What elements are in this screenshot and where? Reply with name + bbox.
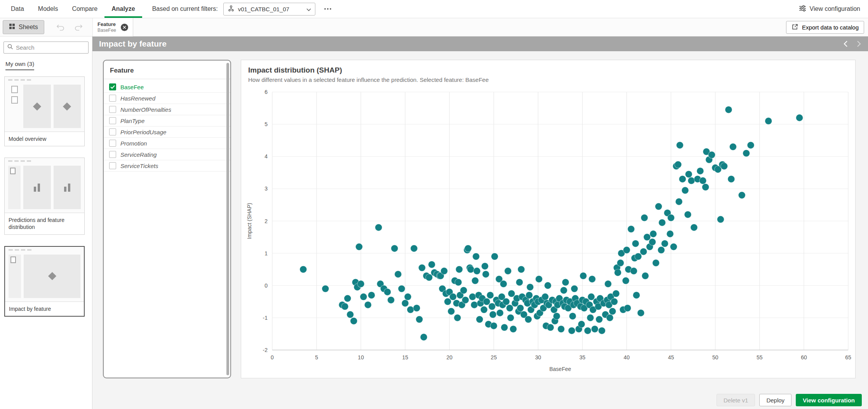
sheet-thumbnail (5, 158, 84, 213)
feature-item-label: PlanType (120, 118, 144, 124)
tab-my-own[interactable]: My own (3) (5, 61, 34, 70)
feature-item-hasrenewed[interactable]: HasRenewed (104, 93, 230, 104)
sheets-toggle-button[interactable]: Sheets (3, 20, 44, 34)
checkbox-icon[interactable] (109, 95, 116, 102)
svg-text:5: 5 (315, 354, 318, 360)
svg-text:15: 15 (402, 354, 408, 360)
svg-text:2: 2 (264, 218, 268, 224)
page-title: Impact by feature (99, 39, 167, 49)
redo-icon (74, 23, 83, 31)
chart-subtitle: How different values in a selected featu… (241, 75, 855, 83)
more-options-button[interactable] (321, 3, 335, 16)
sliders-icon (799, 5, 806, 14)
feature-item-servicerating[interactable]: ServiceRating (104, 149, 230, 160)
previous-sheet-button[interactable] (840, 38, 851, 49)
svg-text:55: 55 (757, 354, 763, 360)
sheet-label: Impact by feature (5, 302, 84, 316)
search-input[interactable] (16, 44, 93, 51)
svg-text:5: 5 (264, 121, 268, 127)
footer-actions: Delete v1 Deploy View configuration (717, 394, 862, 406)
svg-text:20: 20 (447, 354, 453, 360)
ellipsis-icon (324, 8, 332, 10)
tab-analyze[interactable]: Analyze (104, 0, 142, 18)
feature-panel-title: Feature (104, 61, 230, 79)
nav-tabs: DataModelsCompareAnalyze (4, 0, 142, 18)
tab-models[interactable]: Models (31, 0, 65, 18)
shap-scatter-plot[interactable]: 05101520253035404550556065-2-10123456Bas… (241, 84, 855, 376)
chevron-left-icon (844, 40, 848, 47)
feature-item-priorperiodusage[interactable]: PriorPeriodUsage (104, 127, 230, 138)
selection-chip-feature[interactable]: Feature BaseFee (92, 18, 133, 36)
selection-field-label: Feature (97, 21, 116, 28)
chart-title: Impact distribution (SHAP) (241, 60, 855, 75)
sheet-thumbnail (5, 247, 84, 302)
svg-text:Impact (SHAP): Impact (SHAP) (246, 203, 252, 239)
close-icon[interactable] (121, 24, 128, 31)
search-box[interactable] (3, 42, 89, 54)
object-placeholder-icon (10, 168, 16, 174)
sheet-thumbnail (5, 77, 84, 132)
tab-data[interactable]: Data (4, 0, 31, 18)
sheet-label: Model overview (5, 132, 84, 146)
delete-version-button[interactable]: Delete v1 (717, 394, 755, 406)
sheet-card-impact-by-feature[interactable]: Impact by feature (4, 246, 85, 317)
search-icon (7, 44, 13, 51)
checkbox-icon[interactable] (109, 151, 116, 158)
svg-text:65: 65 (845, 354, 851, 360)
chevron-down-icon (306, 6, 311, 12)
checkbox-icon[interactable] (109, 140, 116, 147)
tab-compare[interactable]: Compare (65, 0, 104, 18)
svg-text:30: 30 (535, 354, 541, 360)
view-configuration-button-top[interactable]: View configuration (799, 5, 860, 14)
checkbox-checked-icon[interactable] (109, 83, 116, 90)
next-sheet-button[interactable] (853, 38, 864, 49)
feature-item-label: ServiceRating (120, 151, 157, 158)
svg-text:BaseFee: BaseFee (549, 366, 571, 372)
svg-text:40: 40 (624, 354, 630, 360)
deploy-button[interactable]: Deploy (759, 394, 791, 406)
feature-item-promotion[interactable]: Promotion (104, 138, 230, 149)
svg-text:1: 1 (264, 250, 268, 256)
sheet-card-predictions-and-feature-distribution[interactable]: Predictions and feature distribution (4, 158, 85, 234)
feature-item-servicetickets[interactable]: ServiceTickets (104, 160, 230, 172)
sheet-card-model-overview[interactable]: Model overview (4, 76, 85, 146)
svg-text:3: 3 (264, 185, 268, 192)
checkbox-icon[interactable] (109, 117, 116, 124)
export-label: Export data to catalog (802, 24, 859, 31)
shap-chart-card: Impact distribution (SHAP) How different… (241, 60, 856, 378)
model-filter-dropdown[interactable]: v01_CATBC_01_07 (223, 3, 315, 16)
sheet-canvas: Feature BaseFeeHasRenewedNumberOfPenalti… (92, 51, 868, 409)
feature-item-basefee[interactable]: BaseFee (104, 81, 230, 93)
scatter-points[interactable] (300, 106, 803, 341)
view-configuration-label: View configuration (810, 5, 860, 12)
feature-item-numberofpenalties[interactable]: NumberOfPenalties (104, 104, 230, 115)
redo-selection-button[interactable] (71, 20, 85, 34)
sheets-sidebar: My own (3) Model overviewPredictions and… (0, 36, 92, 409)
checkbox-icon[interactable] (109, 128, 116, 135)
feature-item-plantype[interactable]: PlanType (104, 115, 230, 127)
chart-placeholder-icon (33, 102, 41, 110)
feature-item-label: HasRenewed (120, 95, 155, 102)
svg-text:45: 45 (668, 354, 674, 360)
scrollbar[interactable] (226, 63, 229, 375)
sheet-label: Predictions and feature distribution (5, 213, 84, 234)
bar-chart-icon (34, 183, 40, 192)
feature-filter-panel: Feature BaseFeeHasRenewedNumberOfPenalti… (103, 60, 231, 378)
svg-text:10: 10 (358, 354, 364, 360)
feature-list: BaseFeeHasRenewedNumberOfPenaltiesPlanTy… (104, 81, 230, 172)
view-configuration-button[interactable]: View configuration (796, 394, 862, 406)
svg-text:-1: -1 (263, 315, 268, 321)
export-icon (791, 23, 798, 31)
model-version-icon (228, 5, 235, 13)
undo-icon (56, 23, 65, 31)
filters-label: Based on current filters: (152, 5, 218, 12)
feature-item-label: BaseFee (120, 84, 144, 90)
checkbox-icon[interactable] (109, 106, 116, 113)
top-navigation-bar: DataModelsCompareAnalyze Based on curren… (0, 0, 868, 18)
object-placeholder-icon (10, 256, 16, 263)
svg-text:35: 35 (579, 354, 586, 360)
export-data-button[interactable]: Export data to catalog (786, 21, 864, 34)
checkbox-icon[interactable] (109, 162, 116, 169)
feature-item-label: ServiceTickets (120, 163, 158, 169)
undo-selection-button[interactable] (54, 20, 68, 34)
